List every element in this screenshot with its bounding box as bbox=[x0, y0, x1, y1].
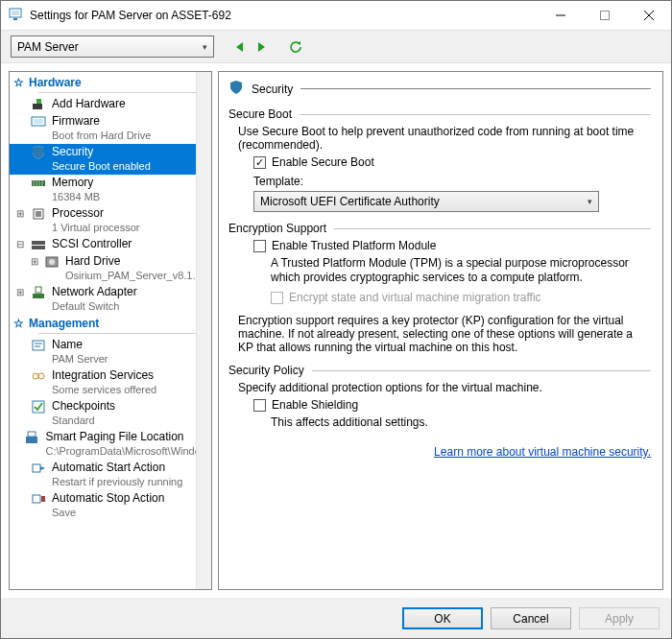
cancel-button[interactable]: Cancel bbox=[491, 607, 571, 629]
close-button[interactable] bbox=[627, 1, 671, 30]
tree-label: Smart Paging File Location bbox=[45, 430, 209, 444]
svg-rect-38 bbox=[41, 496, 45, 502]
tree-sublabel: Boot from Hard Drive bbox=[52, 129, 151, 143]
enable-shielding-field[interactable]: Enable Shielding bbox=[253, 398, 651, 412]
tree-label: Security bbox=[52, 145, 151, 159]
expand-icon[interactable]: ⊞ bbox=[15, 285, 25, 300]
toolbar: PAM Server ▾ bbox=[1, 31, 671, 63]
paging-icon bbox=[24, 430, 39, 445]
sidebar-item-paging[interactable]: Smart Paging File LocationC:\ProgramData… bbox=[10, 429, 211, 460]
svg-point-31 bbox=[38, 373, 44, 379]
svg-point-30 bbox=[33, 373, 38, 379]
enable-shielding-checkbox[interactable] bbox=[253, 399, 266, 412]
tree-sublabel: Some services offered bbox=[52, 383, 156, 397]
collapse-icon: ☆ bbox=[13, 317, 23, 330]
svg-rect-13 bbox=[34, 119, 43, 124]
svg-rect-33 bbox=[26, 437, 37, 443]
settings-window: Settings for PAM Server on ASSET-692 PAM… bbox=[0, 0, 672, 639]
svg-rect-22 bbox=[32, 246, 45, 249]
shielding-note: This affects additional settings. bbox=[271, 415, 651, 430]
collapse-icon[interactable]: ⊟ bbox=[15, 237, 25, 252]
titlebar-left: Settings for PAM Server on ASSET-692 bbox=[9, 7, 231, 25]
minimize-button[interactable] bbox=[539, 1, 583, 30]
tree-sublabel: PAM Server bbox=[52, 352, 108, 367]
sidebar-scrollbar[interactable] bbox=[196, 72, 211, 589]
back-button[interactable] bbox=[231, 38, 249, 56]
integration-icon bbox=[31, 368, 46, 384]
tree-label: Name bbox=[52, 338, 108, 352]
tree-sublabel: Default Switch bbox=[52, 299, 137, 314]
tree-label: Firmware bbox=[52, 114, 151, 129]
sidebar-item-firmware[interactable]: FirmwareBoot from Hard Drive bbox=[10, 113, 211, 144]
enable-secure-boot-field[interactable]: Enable Secure Boot bbox=[253, 155, 651, 169]
sidebar-item-memory[interactable]: Memory16384 MB bbox=[10, 175, 211, 205]
content-heading: Security bbox=[252, 83, 293, 96]
group-policy: Security Policy Specify additional prote… bbox=[228, 364, 651, 430]
sidebar-item-security[interactable]: SecuritySecure Boot enabled bbox=[10, 144, 211, 175]
section-management[interactable]: ☆ Management bbox=[10, 315, 211, 332]
vm-settings-icon bbox=[9, 7, 24, 25]
group-encryption: Encryption Support Enable Trusted Platfo… bbox=[228, 222, 651, 354]
group-secure-boot: Secure Boot Use Secure Boot to help prev… bbox=[228, 107, 651, 212]
tree-label: Automatic Stop Action bbox=[52, 491, 164, 506]
svg-marker-8 bbox=[258, 42, 265, 52]
maximize-button[interactable] bbox=[583, 1, 627, 30]
svg-rect-1 bbox=[12, 11, 19, 15]
tree-label: Automatic Start Action bbox=[52, 461, 182, 475]
heading-rule bbox=[300, 88, 651, 89]
apply-button: Apply bbox=[579, 607, 660, 629]
ok-button[interactable]: OK bbox=[402, 607, 483, 629]
encrypt-traffic-checkbox bbox=[271, 292, 283, 304]
main-area: ☆ Hardware Add Hardware FirmwareBoot fro… bbox=[1, 63, 671, 598]
sidebar-item-processor[interactable]: ⊞ Processor1 Virtual processor bbox=[10, 205, 211, 236]
tree-label: Processor bbox=[52, 206, 140, 221]
start-action-icon bbox=[31, 461, 46, 476]
expand-icon[interactable]: ⊞ bbox=[15, 206, 25, 222]
enable-tpm-checkbox[interactable] bbox=[253, 240, 266, 252]
tree-sublabel: Secure Boot enabled bbox=[52, 159, 151, 174]
sidebar-item-checkpoints[interactable]: CheckpointsStandard bbox=[10, 398, 211, 429]
sidebar-item-hard-drive[interactable]: ⊞ Hard DriveOsirium_PAM_Server_v8.1.0_..… bbox=[10, 253, 211, 284]
svg-rect-37 bbox=[33, 495, 40, 503]
sidebar-item-autostop[interactable]: Automatic Stop ActionSave bbox=[10, 490, 211, 521]
svg-marker-7 bbox=[236, 42, 243, 52]
template-label: Template: bbox=[253, 175, 303, 188]
footer: OK Cancel Apply bbox=[1, 598, 671, 638]
tree-sublabel: C:\ProgramData\Microsoft\Windo... bbox=[45, 444, 209, 459]
svg-rect-2 bbox=[13, 18, 17, 20]
sidebar-item-add-hardware[interactable]: Add Hardware bbox=[10, 96, 211, 113]
section-label: Hardware bbox=[29, 76, 82, 89]
encrypt-traffic-field: Encrypt state and virtual machine migrat… bbox=[271, 291, 651, 304]
forward-button[interactable] bbox=[252, 38, 270, 56]
checkpoints-icon bbox=[31, 399, 46, 414]
sidebar-item-name[interactable]: NamePAM Server bbox=[10, 337, 211, 367]
vm-selector[interactable]: PAM Server ▾ bbox=[11, 36, 214, 58]
vm-selector-value: PAM Server bbox=[17, 40, 79, 54]
sidebar-item-network[interactable]: ⊞ Network AdapterDefault Switch bbox=[10, 284, 211, 315]
svg-rect-20 bbox=[36, 211, 41, 217]
enable-tpm-field[interactable]: Enable Trusted Platform Module bbox=[253, 239, 651, 252]
refresh-button[interactable] bbox=[287, 38, 304, 56]
collapse-icon: ☆ bbox=[13, 76, 23, 89]
expand-icon[interactable]: ⊞ bbox=[31, 254, 38, 270]
sidebar-item-scsi[interactable]: ⊟ SCSI Controller bbox=[10, 236, 211, 253]
shield-icon bbox=[31, 145, 46, 160]
history-controls bbox=[231, 38, 304, 56]
learn-more-link[interactable]: Learn more about virtual machine securit… bbox=[434, 445, 651, 459]
tree-label: Hard Drive bbox=[65, 254, 212, 269]
enable-secure-boot-checkbox[interactable] bbox=[253, 156, 266, 169]
section-hardware[interactable]: ☆ Hardware bbox=[10, 74, 211, 91]
svg-rect-11 bbox=[36, 99, 41, 104]
sidebar-item-autostart[interactable]: Automatic Start ActionRestart if previou… bbox=[10, 460, 211, 490]
network-icon bbox=[31, 285, 46, 300]
tree-label: Memory bbox=[52, 176, 100, 190]
sidebar-item-integration[interactable]: Integration ServicesSome services offere… bbox=[10, 367, 211, 398]
enable-tpm-label: Enable Trusted Platform Module bbox=[272, 239, 436, 252]
section-label: Management bbox=[29, 317, 99, 330]
window-title: Settings for PAM Server on ASSET-692 bbox=[30, 9, 231, 22]
template-select[interactable]: Microsoft UEFI Certificate Authority ▾ bbox=[253, 191, 599, 212]
svg-rect-34 bbox=[28, 432, 36, 437]
processor-icon bbox=[31, 206, 46, 222]
tree-label: Add Hardware bbox=[52, 97, 126, 111]
tree-sublabel: 16384 MB bbox=[52, 190, 100, 204]
